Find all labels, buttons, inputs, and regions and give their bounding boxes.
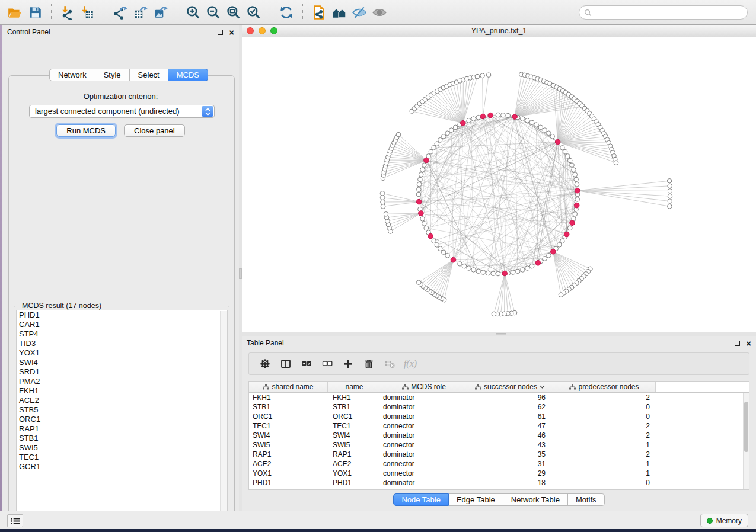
hide-graphics-details-icon[interactable] — [349, 3, 369, 22]
select-all-icon[interactable] — [299, 356, 314, 371]
mcds-node[interactable] — [502, 271, 508, 276]
mcds-node[interactable] — [574, 203, 579, 208]
mcds-result-item[interactable]: GCR1 — [17, 462, 227, 472]
tab-node-table[interactable]: Node Table — [393, 493, 449, 506]
export-network-icon[interactable] — [110, 3, 130, 22]
network-canvas[interactable] — [242, 37, 756, 332]
column-header-successor-nodes[interactable]: successor nodes — [467, 382, 553, 392]
table-row[interactable]: ACE2ACE2connector311 — [249, 459, 749, 469]
table-cell: RAP1 — [328, 450, 381, 459]
status-bar: Memory — [0, 511, 756, 529]
mcds-node[interactable] — [419, 211, 424, 216]
table-row[interactable]: SWI5SWI5connector431 — [249, 440, 749, 450]
network-file-icon[interactable] — [309, 3, 329, 22]
first-neighbors-icon[interactable] — [329, 3, 349, 22]
table-scrollbar[interactable] — [743, 393, 749, 489]
table-settings-icon[interactable] — [257, 356, 273, 371]
mcds-node[interactable] — [428, 233, 433, 239]
mcds-node[interactable] — [488, 113, 493, 118]
mcds-node[interactable] — [570, 220, 575, 226]
column-header-name[interactable]: name — [328, 382, 381, 392]
table-cell: ORC1 — [328, 412, 381, 421]
tab-select[interactable]: Select — [130, 69, 168, 81]
mcds-node[interactable] — [451, 257, 456, 262]
column-header-shared-name[interactable]: shared name — [249, 382, 328, 392]
tab-edge-table[interactable]: Edge Table — [449, 493, 503, 506]
export-table-icon[interactable] — [130, 3, 151, 22]
mcds-result-item[interactable]: ACE2 — [17, 396, 227, 405]
show-graphics-details-icon[interactable] — [369, 3, 390, 22]
mcds-node[interactable] — [550, 249, 556, 254]
table-row[interactable]: RAP1RAP1dominator352 — [249, 450, 749, 459]
close-table-panel-icon[interactable]: × — [746, 340, 751, 347]
zoom-fit-icon[interactable] — [224, 3, 244, 22]
mcds-node[interactable] — [575, 188, 580, 193]
tab-network-table[interactable]: Network Table — [503, 493, 568, 506]
add-column-icon[interactable] — [340, 356, 356, 371]
float-table-panel-icon[interactable] — [735, 341, 740, 346]
close-panel-icon[interactable]: × — [229, 29, 234, 36]
delete-column-icon[interactable] — [361, 356, 377, 371]
mcds-node[interactable] — [535, 261, 541, 266]
table-row[interactable]: FKH1FKH1dominator962 — [249, 393, 749, 402]
search-input[interactable] — [592, 7, 747, 18]
optimization-select[interactable]: largest connected component (undirected) — [29, 105, 215, 118]
mcds-node[interactable] — [461, 120, 466, 126]
mcds-result-item[interactable]: STP4 — [17, 329, 227, 339]
table-row[interactable]: YOX1YOX1connector291 — [249, 469, 749, 478]
task-history-button[interactable] — [7, 514, 23, 527]
mcds-node[interactable] — [555, 139, 560, 145]
tab-mcds[interactable]: MCDS — [168, 69, 208, 81]
mcds-result-item[interactable]: TEC1 — [17, 453, 227, 462]
open-session-icon[interactable] — [5, 3, 25, 22]
mcds-result-item[interactable]: CAR1 — [17, 320, 227, 329]
import-network-icon[interactable] — [58, 3, 78, 22]
memory-button[interactable]: Memory — [700, 514, 748, 527]
table-cell: dominator — [381, 402, 467, 412]
column-layout-icon[interactable] — [278, 356, 294, 371]
column-header-MCDS-role[interactable]: MCDS role — [381, 382, 467, 392]
refresh-icon[interactable] — [276, 3, 296, 22]
mcds-result-item[interactable]: SWI4 — [17, 358, 227, 367]
table-row[interactable]: PHD1PHD1dominator180 — [249, 478, 749, 488]
tab-network[interactable]: Network — [49, 69, 95, 81]
mcds-result-item[interactable]: TID3 — [17, 339, 227, 348]
tab-style[interactable]: Style — [95, 69, 130, 81]
mcds-result-item[interactable]: ORC1 — [17, 415, 227, 424]
run-mcds-button[interactable]: Run MCDS — [56, 124, 116, 137]
mcds-result-item[interactable]: SWI5 — [17, 443, 227, 453]
mcds-node[interactable] — [512, 114, 518, 120]
table-row[interactable]: STB1STB1dominator620 — [249, 402, 749, 412]
table-row[interactable]: ORC1ORC1dominator610 — [249, 412, 749, 421]
mcds-node[interactable] — [424, 158, 429, 163]
zoom-out-icon[interactable] — [203, 3, 224, 22]
mcds-nodes[interactable] — [416, 113, 580, 276]
mcds-result-item[interactable]: PHD1 — [17, 310, 227, 320]
mcds-result-item[interactable]: FKH1 — [17, 386, 227, 396]
table-row[interactable]: TEC1TEC1connector472 — [249, 421, 749, 431]
column-header-predecessor-nodes[interactable]: predecessor nodes — [553, 382, 656, 392]
mcds-node[interactable] — [564, 232, 569, 237]
mcds-node[interactable] — [416, 199, 422, 204]
mcds-result-item[interactable]: STB1 — [17, 434, 227, 443]
export-image-icon[interactable] — [151, 3, 171, 22]
mcds-list-scrollbar[interactable] — [220, 311, 227, 518]
deselect-all-icon[interactable] — [320, 356, 335, 371]
mcds-result-item[interactable]: RAP1 — [17, 424, 227, 434]
mcds-node[interactable] — [480, 114, 486, 119]
zoom-in-icon[interactable] — [183, 3, 203, 22]
mcds-result-item[interactable]: PMA2 — [17, 377, 227, 386]
tab-motifs[interactable]: Motifs — [568, 493, 605, 506]
close-panel-button[interactable]: Close panel — [124, 124, 185, 137]
mcds-result-item[interactable]: STB5 — [17, 405, 227, 415]
toolbar-separator — [302, 4, 303, 21]
network-view-titlebar[interactable]: YPA_prune.txt_1 — [242, 25, 756, 37]
import-table-icon[interactable] — [78, 3, 98, 22]
mcds-result-item[interactable]: YOX1 — [17, 348, 227, 358]
mcds-result-item[interactable]: SRD1 — [17, 367, 227, 377]
zoom-selected-icon[interactable] — [244, 3, 264, 22]
float-panel-icon[interactable] — [218, 30, 223, 35]
save-session-icon[interactable] — [25, 3, 45, 22]
table-row[interactable]: SWI4SWI4dominator462 — [249, 431, 749, 440]
table-scrollbar-thumb[interactable] — [744, 402, 748, 452]
